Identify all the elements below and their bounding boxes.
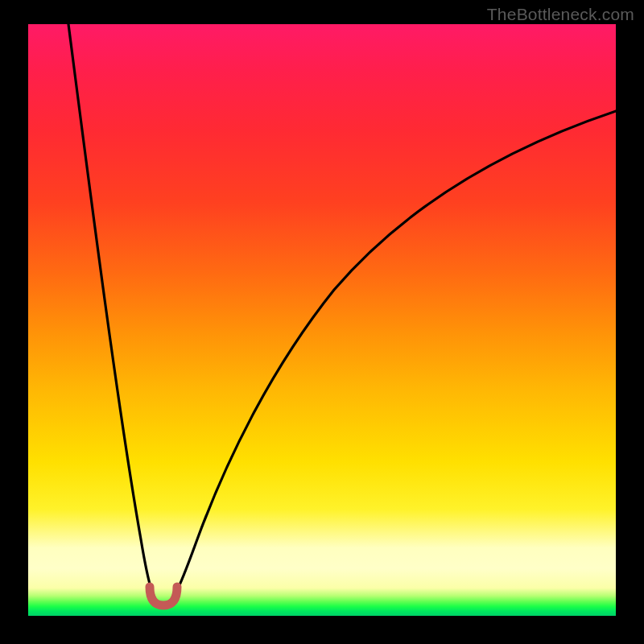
trough-marker xyxy=(150,587,177,605)
bottleneck-curve xyxy=(28,24,616,616)
curve-path xyxy=(68,24,616,607)
outer-frame: TheBottleneck.com xyxy=(0,0,644,644)
gradient-plot-area xyxy=(28,24,616,616)
watermark-text: TheBottleneck.com xyxy=(487,5,634,24)
